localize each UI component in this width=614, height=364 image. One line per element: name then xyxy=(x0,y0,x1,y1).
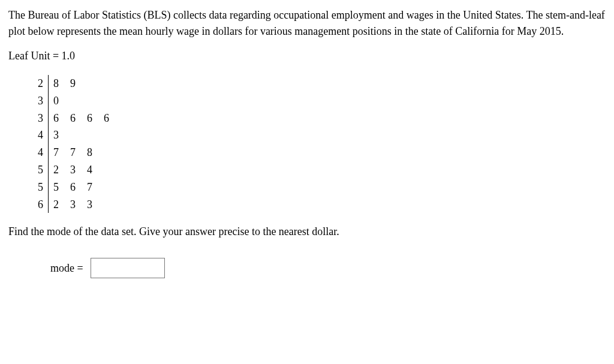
leaf-cell: 5 xyxy=(49,179,66,196)
leaf-cell: 6 xyxy=(65,179,82,196)
stemleaf-row: 2 8 9 xyxy=(32,75,116,92)
stemleaf-row: 4 7 7 8 xyxy=(32,144,116,161)
stem-cell: 2 xyxy=(32,75,49,92)
stemleaf-row: 3 0 xyxy=(32,92,116,110)
leaf-cell: 4 xyxy=(82,161,99,179)
intro-paragraph: The Bureau of Labor Statistics (BLS) col… xyxy=(8,7,606,40)
answer-label: mode = xyxy=(50,260,83,276)
leaf-cell: 6 xyxy=(65,110,82,127)
stemleaf-row: 3 6 6 6 6 xyxy=(32,110,116,127)
leaf-cell: 9 xyxy=(65,75,82,92)
stemleaf-row: 5 5 6 7 xyxy=(32,179,116,196)
leaf-cell: 6 xyxy=(99,110,116,127)
leaf-cell: 3 xyxy=(49,127,66,144)
stem-cell: 6 xyxy=(32,196,49,213)
stemleaf-row: 6 2 3 3 xyxy=(32,196,116,213)
leaf-cell: 2 xyxy=(49,196,66,213)
leaf-cell: 6 xyxy=(82,110,99,127)
leaf-cell: 3 xyxy=(65,161,82,179)
leaf-cell: 7 xyxy=(82,179,99,196)
stem-cell: 4 xyxy=(32,127,49,144)
leaf-cell: 7 xyxy=(49,144,66,161)
stem-cell: 5 xyxy=(32,179,49,196)
leaf-cell: 8 xyxy=(82,144,99,161)
leaf-cell: 8 xyxy=(49,75,66,92)
stemleaf-row: 5 2 3 4 xyxy=(32,161,116,179)
leaf-cell: 7 xyxy=(65,144,82,161)
leaf-cell: 3 xyxy=(82,196,99,213)
stem-cell: 5 xyxy=(32,161,49,179)
leaf-cell: 6 xyxy=(49,110,66,127)
stem-cell: 4 xyxy=(32,144,49,161)
stem-and-leaf-plot: 2 8 9 3 0 3 6 6 6 6 4 3 4 7 7 8 5 2 3 4 xyxy=(32,75,116,213)
mode-input[interactable] xyxy=(91,258,165,278)
leaf-cell: 0 xyxy=(49,92,66,110)
question-text: Find the mode of the data set. Give your… xyxy=(8,224,606,240)
leaf-cell: 2 xyxy=(49,161,66,179)
stem-cell: 3 xyxy=(32,92,49,110)
answer-row: mode = xyxy=(50,258,606,278)
stem-cell: 3 xyxy=(32,110,49,127)
leaf-cell: 3 xyxy=(65,196,82,213)
leaf-unit-label: Leaf Unit = 1.0 xyxy=(8,48,606,64)
stemleaf-row: 4 3 xyxy=(32,127,116,144)
